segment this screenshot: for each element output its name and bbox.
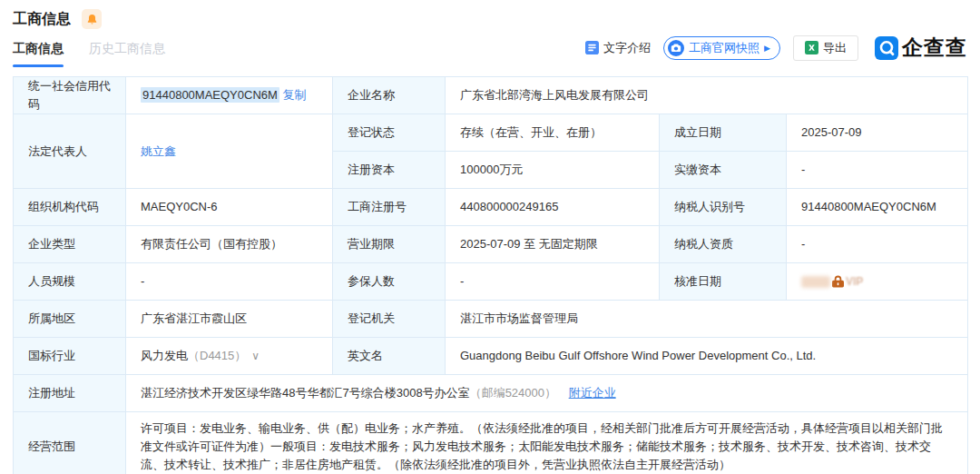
value-insured-count: - xyxy=(446,263,660,301)
value-taxpayer-qualification: - xyxy=(787,226,968,263)
value-approval-date: VIP xyxy=(787,263,968,301)
label-region: 所属地区 xyxy=(14,301,126,338)
lock-icon xyxy=(832,275,844,288)
label-reg-number: 工商注册号 xyxy=(333,189,446,226)
credit-code-text: 91440800MAEQY0CN6M xyxy=(141,87,279,103)
value-region: 广东省湛江市霞山区 xyxy=(126,301,333,338)
export-button[interactable]: 导出 xyxy=(793,35,858,61)
label-establish-date: 成立日期 xyxy=(660,114,787,152)
camera-icon xyxy=(668,40,684,56)
bell-icon xyxy=(86,14,98,25)
official-snapshot-button[interactable]: 工商官网快照 ▶ xyxy=(663,36,780,60)
row-address: 注册地址 湛江经济技术开发区绿华路48号华都汇7号综合楼3008号办公室（邮编5… xyxy=(14,375,968,412)
value-reg-address: 湛江经济技术开发区绿华路48号华都汇7号综合楼3008号办公室（邮编524000… xyxy=(126,375,968,412)
row-company-type: 企业类型 有限责任公司（国有控股） 营业期限 2025-07-09 至 无固定期… xyxy=(14,226,968,263)
row-status: 法定代表人 姚立鑫 登记状态 存续（在营、开业、在册） 成立日期 2025-07… xyxy=(14,114,968,152)
text-intro-icon xyxy=(585,41,599,54)
label-company-type: 企业类型 xyxy=(14,226,126,263)
label-industry: 国标行业 xyxy=(14,338,126,375)
business-info-panel: 工商信息 工商信息 历史工商信息 xyxy=(0,0,980,474)
toolbar: 文字介绍 工商官网快照 ▶ xyxy=(585,34,967,67)
row-org-code: 组织机构代码 MAEQY0CN-6 工商注册号 440800000249165 … xyxy=(14,189,968,226)
value-company-name: 广东省北部湾海上风电发展有限公司 xyxy=(446,77,968,114)
label-reg-status: 登记状态 xyxy=(333,114,446,152)
value-staff-size: - xyxy=(126,263,333,301)
label-credit-code: 统一社会信用代码 xyxy=(14,77,126,114)
label-business-term: 营业期限 xyxy=(333,226,446,263)
value-establish-date: 2025-07-09 xyxy=(787,114,968,152)
label-org-code: 组织机构代码 xyxy=(14,189,126,226)
business-info-table: 统一社会信用代码 91440800MAEQY0CN6M 复制 企业名称 广东省北… xyxy=(13,76,968,474)
value-taxpayer-id: 91440800MAEQY0CN6M xyxy=(787,189,968,226)
postcode-text: （邮编524000） xyxy=(470,386,556,400)
industry-code: （D4415） xyxy=(188,349,246,362)
value-industry: 风力发电（D4415）∨ xyxy=(126,338,333,375)
copy-link[interactable]: 复制 xyxy=(282,88,306,102)
label-taxpayer-id: 纳税人识别号 xyxy=(660,189,787,226)
value-legal-rep: 姚立鑫 xyxy=(126,114,333,189)
label-company-name: 企业名称 xyxy=(333,77,446,114)
value-reg-status: 存续（在营、开业、在册） xyxy=(446,114,660,152)
page-title: 工商信息 xyxy=(13,10,71,29)
tab-bar: 工商信息 历史工商信息 文字介绍 xyxy=(13,36,967,67)
nearby-companies-link[interactable]: 附近企业 xyxy=(569,386,616,400)
value-org-code: MAEQY0CN-6 xyxy=(126,189,333,226)
vip-locked-value[interactable]: VIP xyxy=(801,272,953,291)
text-intro-label: 文字介绍 xyxy=(603,40,651,56)
label-staff-size: 人员规模 xyxy=(14,263,126,301)
monitor-bell-button[interactable] xyxy=(82,9,102,29)
value-paid-capital: - xyxy=(787,152,968,189)
value-english-name: Guangdong Beibu Gulf Offshore Wind Power… xyxy=(446,338,968,375)
label-business-scope: 经营范围 xyxy=(14,412,126,474)
blurred-value xyxy=(801,276,830,288)
qichacha-brand-text: 企查查 xyxy=(902,34,967,62)
qichacha-logo-icon xyxy=(875,36,898,60)
industry-name: 风力发电 xyxy=(141,349,188,362)
row-region: 所属地区 广东省湛江市霞山区 登记机关 湛江市市场监督管理局 xyxy=(14,301,968,338)
value-business-scope: 许可项目：发电业务、输电业务、供（配）电业务；水产养殖。（依法须经批准的项目，经… xyxy=(126,412,968,474)
legal-rep-link[interactable]: 姚立鑫 xyxy=(141,144,176,158)
label-english-name: 英文名 xyxy=(333,338,446,375)
label-reg-authority: 登记机关 xyxy=(333,301,446,338)
value-reg-capital: 100000万元 xyxy=(446,152,660,189)
qichacha-brand: 企查查 xyxy=(875,34,967,62)
tab-history-business-info[interactable]: 历史工商信息 xyxy=(89,41,165,67)
row-scope: 经营范围 许可项目：发电业务、输电业务、供（配）电业务；水产养殖。（依法须经批准… xyxy=(14,412,968,474)
official-snapshot-label: 工商官网快照 xyxy=(689,40,760,56)
value-reg-authority: 湛江市市场监督管理局 xyxy=(446,301,968,338)
label-taxpayer-qualification: 纳税人资质 xyxy=(660,226,787,263)
excel-icon xyxy=(805,41,818,54)
export-label: 导出 xyxy=(823,40,847,56)
label-legal-rep: 法定代表人 xyxy=(14,114,126,189)
value-credit-code: 91440800MAEQY0CN6M 复制 xyxy=(126,77,333,114)
label-reg-address: 注册地址 xyxy=(14,375,126,412)
row-industry: 国标行业 风力发电（D4415）∨ 英文名 Guangdong Beibu Gu… xyxy=(14,338,968,375)
value-reg-number: 440800000249165 xyxy=(446,189,660,226)
address-text: 湛江经济技术开发区绿华路48号华都汇7号综合楼3008号办公室 xyxy=(141,386,470,400)
chevron-down-icon[interactable]: ∨ xyxy=(251,350,260,362)
value-business-term: 2025-07-09 至 无固定期限 xyxy=(446,226,660,263)
tab-business-info[interactable]: 工商信息 xyxy=(13,41,64,67)
value-company-type: 有限责任公司（国有控股） xyxy=(126,226,333,263)
page-header: 工商信息 xyxy=(13,7,967,31)
label-approval-date: 核准日期 xyxy=(660,263,787,301)
label-insured-count: 参保人数 xyxy=(333,263,446,301)
label-paid-capital: 实缴资本 xyxy=(660,152,787,189)
row-credit-code: 统一社会信用代码 91440800MAEQY0CN6M 复制 企业名称 广东省北… xyxy=(14,77,968,114)
play-arrow-icon: ▶ xyxy=(764,44,770,53)
row-staff: 人员规模 - 参保人数 - 核准日期 xyxy=(14,263,968,301)
label-reg-capital: 注册资本 xyxy=(333,152,446,189)
vip-text: VIP xyxy=(846,272,863,291)
text-intro-button[interactable]: 文字介绍 xyxy=(585,40,651,56)
